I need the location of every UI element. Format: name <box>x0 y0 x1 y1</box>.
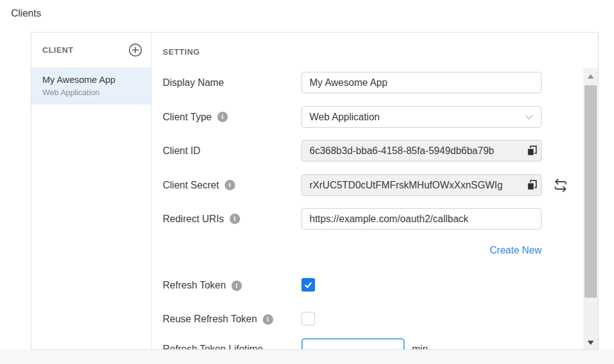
settings-header: SETTING <box>163 47 200 56</box>
scrollbar-up-button[interactable] <box>583 68 598 84</box>
info-icon[interactable]: i <box>225 180 235 190</box>
refresh-token-label: Refresh Token i <box>163 278 242 293</box>
client-secret-value-box: rXrUC5TD0cUtFMFrskMHufOWxXxnSGWIg <box>301 174 542 196</box>
scrollbar-thumb[interactable] <box>585 85 597 298</box>
client-id-value: 6c368b3d-bba6-4158-85fa-5949db6ba79b <box>309 145 494 157</box>
client-secret-row: Client Secret i rXrUC5TD0cUtFMFrskMHufOW… <box>152 174 598 196</box>
refresh-token-lifetime-input[interactable] <box>301 338 405 350</box>
client-type-selected-value: Web Application <box>309 112 379 123</box>
client-id-value-box: 6c368b3d-bba6-4158-85fa-5949db6ba79b <box>301 140 542 161</box>
info-icon[interactable]: i <box>263 314 273 325</box>
display-name-label: Display Name <box>163 72 224 93</box>
client-secret-label: Client Secret i <box>163 174 235 196</box>
regenerate-secret-button[interactable] <box>552 177 569 193</box>
minutes-unit-label: min <box>412 338 428 350</box>
client-id-label-text: Client ID <box>163 145 200 157</box>
refresh-token-lifetime-row: Refresh Token Lifetime min <box>152 338 598 350</box>
display-name-row: Display Name <box>152 72 598 93</box>
client-list-header-row: CLIENT <box>31 33 151 68</box>
client-secret-label-text: Client Secret <box>163 180 219 191</box>
refresh-token-label-text: Refresh Token <box>163 280 226 291</box>
redirect-uris-label: Redirect URIs i <box>163 208 240 230</box>
regenerate-icon <box>553 177 569 193</box>
client-type-row: Client Type i Web Application <box>152 106 598 128</box>
client-id-label: Client ID <box>163 140 200 161</box>
client-id-row: Client ID 6c368b3d-bba6-4158-85fa-5949db… <box>152 140 598 161</box>
client-item-name: My Awesome App <box>42 74 140 85</box>
reuse-refresh-token-row: Reuse Refresh Token i <box>152 312 598 327</box>
reuse-refresh-token-label-text: Reuse Refresh Token <box>163 314 257 325</box>
checkmark-icon <box>303 279 314 290</box>
add-client-button[interactable] <box>128 43 142 58</box>
refresh-token-row: Refresh Token i <box>152 278 598 293</box>
client-type-label: Client Type i <box>163 106 228 128</box>
redirect-uris-row: Redirect URIs i <box>152 208 598 230</box>
reuse-refresh-token-label: Reuse Refresh Token i <box>163 312 273 327</box>
display-name-label-text: Display Name <box>163 77 224 88</box>
refresh-token-lifetime-label: Refresh Token Lifetime <box>163 338 263 350</box>
client-item-type: Web Application <box>42 88 140 97</box>
scroll-down-icon <box>588 341 594 345</box>
page-title: Clients <box>11 8 41 19</box>
redirect-uri-input[interactable] <box>301 208 542 230</box>
settings-pane: SETTING Display Name Client Type i Web A… <box>152 33 598 349</box>
client-list-item[interactable]: My Awesome App Web Application <box>31 68 151 104</box>
redirect-uris-label-text: Redirect URIs <box>163 214 224 225</box>
clients-panel: CLIENT My Awesome App Web Application SE… <box>31 32 599 350</box>
info-icon[interactable]: i <box>217 112 228 122</box>
refresh-token-lifetime-label-text: Refresh Token Lifetime <box>163 344 263 350</box>
client-secret-value: rXrUC5TD0cUtFMFrskMHufOWxXxnSGWIg <box>309 180 503 191</box>
reuse-refresh-token-checkbox[interactable] <box>301 312 315 325</box>
settings-scrollbar[interactable] <box>583 68 598 350</box>
client-list-pane: CLIENT My Awesome App Web Application <box>31 33 152 349</box>
plus-circle-icon <box>128 43 142 57</box>
create-new-link[interactable]: Create New <box>301 245 542 256</box>
client-type-label-text: Client Type <box>163 112 212 123</box>
info-icon[interactable]: i <box>230 214 240 224</box>
scrollbar-down-button[interactable] <box>583 335 598 350</box>
copy-icon <box>526 145 538 157</box>
scroll-up-icon <box>588 74 594 79</box>
copy-client-id-button[interactable] <box>526 145 538 157</box>
client-type-select[interactable]: Web Application <box>301 106 542 128</box>
info-icon[interactable]: i <box>231 281 242 291</box>
copy-icon <box>526 179 538 191</box>
page-background-strip <box>0 350 614 364</box>
display-name-input[interactable] <box>301 72 542 93</box>
copy-client-secret-button[interactable] <box>526 179 538 191</box>
chevron-down-icon <box>524 114 534 120</box>
refresh-token-checkbox[interactable] <box>301 278 315 292</box>
client-list-header: CLIENT <box>42 45 74 55</box>
